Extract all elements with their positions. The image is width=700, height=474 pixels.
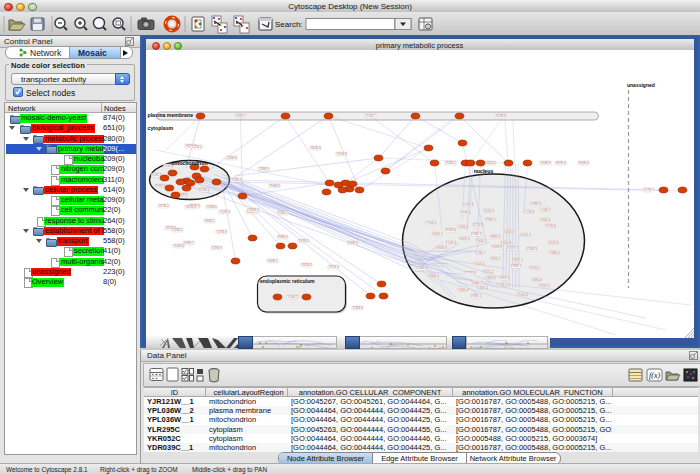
svg-text:f(x): f(x) — [649, 371, 660, 380]
svg-text:Y91W-5: Y91W-5 — [529, 266, 539, 270]
svg-text:Y48W-9: Y48W-9 — [485, 276, 495, 280]
svg-text:Y96W-5: Y96W-5 — [549, 251, 559, 255]
svg-text:Y18W-9: Y18W-9 — [258, 167, 268, 171]
svg-text:Y34W-9: Y34W-9 — [540, 161, 550, 165]
svg-text:Y99W-9: Y99W-9 — [531, 278, 541, 282]
svg-text:unassigned: unassigned — [627, 82, 655, 88]
svg-text:Y37W-9: Y37W-9 — [328, 265, 338, 269]
svg-text:Y26W-3: Y26W-3 — [231, 178, 241, 182]
svg-text:Y31W-2: Y31W-2 — [483, 270, 493, 274]
svg-text:Y88W-5: Y88W-5 — [490, 235, 500, 239]
svg-text:Y65W-6: Y65W-6 — [445, 228, 455, 232]
svg-text:Y69W-1: Y69W-1 — [459, 237, 469, 241]
svg-text:Y22W-1: Y22W-1 — [198, 188, 208, 192]
svg-text:Y10W-2: Y10W-2 — [277, 211, 287, 215]
svg-text:Y40W-5: Y40W-5 — [267, 259, 277, 263]
svg-text:Y46W-9: Y46W-9 — [503, 230, 513, 234]
svg-text:Y34W-7: Y34W-7 — [471, 232, 481, 236]
svg-text:Y46W-4: Y46W-4 — [477, 286, 487, 290]
svg-text:Y41W-8: Y41W-8 — [336, 152, 346, 156]
svg-text:Y41W-2: Y41W-2 — [150, 173, 160, 177]
svg-text:Y21W-4: Y21W-4 — [460, 211, 470, 215]
svg-text:Y53W-2: Y53W-2 — [445, 161, 455, 165]
svg-text:Y37W-9: Y37W-9 — [216, 230, 226, 234]
svg-text:Y81W-4: Y81W-4 — [548, 241, 558, 245]
svg-text:Y67W-3: Y67W-3 — [520, 233, 530, 237]
svg-text:Y49W-7: Y49W-7 — [183, 241, 193, 245]
svg-text:Y95W-8: Y95W-8 — [301, 263, 311, 267]
svg-text:Y94W-6: Y94W-6 — [517, 293, 527, 297]
svg-text:Y64W-9: Y64W-9 — [436, 246, 446, 250]
svg-text:Y69W-8: Y69W-8 — [500, 241, 510, 245]
svg-text:Y98W-4: Y98W-4 — [277, 235, 287, 239]
svg-text:nucleus: nucleus — [473, 168, 493, 174]
svg-text:endoplasmic reticulum: endoplasmic reticulum — [260, 278, 315, 284]
svg-text:Y99W-5: Y99W-5 — [485, 218, 495, 222]
svg-text:Y52W-6: Y52W-6 — [545, 224, 555, 228]
svg-text:Y93W-1: Y93W-1 — [471, 294, 481, 298]
svg-text:Y39W-2: Y39W-2 — [172, 228, 182, 232]
svg-text:Y12W-9: Y12W-9 — [219, 210, 229, 214]
svg-text:Y93W-9: Y93W-9 — [154, 184, 164, 188]
svg-text:Y14W-6: Y14W-6 — [173, 244, 183, 248]
svg-text:Y68W-7: Y68W-7 — [471, 281, 481, 285]
svg-text:Y27W-8: Y27W-8 — [523, 210, 533, 214]
svg-text:Y94W-8: Y94W-8 — [269, 184, 279, 188]
svg-text:Y96W-3: Y96W-3 — [475, 239, 485, 243]
svg-text:Y26W-8: Y26W-8 — [352, 306, 362, 310]
svg-text:Y22W-2: Y22W-2 — [191, 145, 201, 149]
svg-text:Y62W-4: Y62W-4 — [310, 146, 320, 150]
svg-text:Y67W-3: Y67W-3 — [555, 161, 565, 165]
svg-text:Y66W-9: Y66W-9 — [347, 241, 357, 245]
svg-text:Y95W-7: Y95W-7 — [432, 232, 442, 236]
svg-text:Y25W-8: Y25W-8 — [472, 223, 482, 227]
svg-text:Y38W-3: Y38W-3 — [530, 202, 540, 206]
svg-text:Y70W-2: Y70W-2 — [425, 221, 435, 225]
svg-text:Y94W-2: Y94W-2 — [499, 276, 509, 280]
svg-text:Y66W-9: Y66W-9 — [416, 266, 426, 270]
svg-text:Y64W-3: Y64W-3 — [578, 161, 588, 165]
svg-text:Y73W-7: Y73W-7 — [475, 251, 485, 255]
svg-text:Y55W-7: Y55W-7 — [365, 114, 375, 118]
svg-text:Y17W-7: Y17W-7 — [643, 188, 653, 192]
svg-text:Y49W-7: Y49W-7 — [512, 258, 522, 262]
svg-text:Y70W-8: Y70W-8 — [463, 203, 473, 207]
svg-text:Y41W-4: Y41W-4 — [485, 161, 495, 165]
svg-text:Y16W-2: Y16W-2 — [287, 295, 297, 299]
svg-text:Y15W-4: Y15W-4 — [445, 241, 455, 245]
svg-text:Y23W-7: Y23W-7 — [540, 208, 550, 212]
svg-text:Y41W-4: Y41W-4 — [185, 205, 195, 209]
svg-text:Y43W-4: Y43W-4 — [457, 225, 467, 229]
svg-text:Y81W-6: Y81W-6 — [474, 262, 484, 266]
svg-text:Search:: Search: — [275, 20, 303, 29]
svg-text:Y41W-3: Y41W-3 — [483, 209, 493, 213]
svg-text:Y39W-4: Y39W-4 — [248, 208, 258, 212]
svg-text:Y90W-1: Y90W-1 — [204, 219, 214, 223]
svg-text:Y94W-7: Y94W-7 — [235, 114, 245, 118]
svg-text:Y38W-4: Y38W-4 — [457, 288, 467, 292]
svg-text:Y62W-8: Y62W-8 — [495, 114, 505, 118]
svg-text:Y61W-9: Y61W-9 — [491, 245, 501, 249]
svg-text:Y75W-8: Y75W-8 — [465, 271, 475, 275]
svg-text:Y51W-7: Y51W-7 — [507, 246, 517, 250]
svg-text:Y95W-9: Y95W-9 — [539, 284, 549, 288]
svg-text:Y66W-4: Y66W-4 — [428, 274, 438, 278]
svg-text:Y90W-4: Y90W-4 — [540, 218, 550, 222]
svg-text:plasma membrane: plasma membrane — [147, 112, 193, 118]
svg-text:Y99W-7: Y99W-7 — [511, 264, 521, 268]
svg-text:Y19W-9: Y19W-9 — [211, 246, 221, 250]
svg-text:cytoplasm: cytoplasm — [147, 125, 173, 131]
svg-text:Y28W-1: Y28W-1 — [490, 257, 500, 261]
svg-text:Y95W-6: Y95W-6 — [298, 239, 308, 243]
svg-text:Y10W-5: Y10W-5 — [497, 283, 507, 287]
svg-text:mitochondrion: mitochondrion — [171, 160, 207, 166]
svg-text:Y20W-8: Y20W-8 — [226, 156, 236, 160]
svg-text:Y80W-3: Y80W-3 — [526, 247, 536, 251]
svg-text:Y18W-6: Y18W-6 — [206, 205, 216, 209]
svg-text:Y67W-2: Y67W-2 — [158, 204, 168, 208]
